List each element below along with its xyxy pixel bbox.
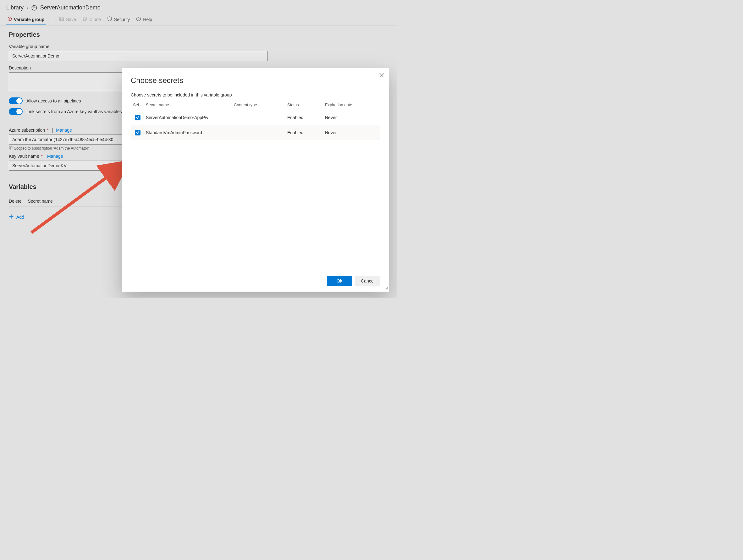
- save-label: Save: [66, 17, 76, 22]
- secrets-table: Sel... Secret name Content type Status E…: [131, 100, 380, 140]
- ok-button[interactable]: Ok: [327, 276, 352, 286]
- security-label: Security: [114, 17, 130, 22]
- help-button[interactable]: Help: [133, 14, 155, 25]
- chevron-right-icon: ›: [27, 5, 28, 10]
- info-icon: [9, 146, 12, 150]
- secret-type-cell: [232, 110, 286, 125]
- resize-handle-icon[interactable]: [384, 285, 388, 290]
- link-secrets-label: Link secrets from an Azure key vault as …: [27, 109, 122, 114]
- save-icon: [59, 16, 64, 22]
- alert-icon: [7, 17, 12, 22]
- plus-icon: [9, 214, 14, 220]
- clone-icon: [82, 16, 87, 22]
- breadcrumb-current: ServerAutomationDemo: [40, 4, 100, 11]
- breadcrumb: Library › ServerAutomationDemo: [0, 0, 397, 13]
- security-button[interactable]: Security: [104, 14, 133, 25]
- variables-col-delete: Delete: [9, 199, 21, 204]
- allow-all-pipelines-toggle[interactable]: [9, 97, 23, 104]
- toolbar: Variable group Save Clone Security Help: [0, 13, 397, 26]
- svg-rect-2: [83, 18, 86, 21]
- variable-group-name-input[interactable]: [9, 51, 268, 61]
- breadcrumb-root[interactable]: Library: [6, 4, 24, 11]
- secret-status-cell: Enabled: [286, 125, 324, 140]
- checkbox[interactable]: [135, 130, 140, 135]
- checkbox[interactable]: [135, 115, 140, 120]
- secret-exp-cell: Never: [324, 110, 380, 125]
- cancel-button[interactable]: Cancel: [355, 276, 380, 286]
- variable-group-icon: [32, 5, 37, 11]
- modal-description: Choose secrets to be included in this va…: [131, 92, 380, 97]
- tab-variable-group[interactable]: Variable group: [6, 13, 46, 25]
- variables-col-name: Secret name: [28, 199, 52, 204]
- secret-exp-cell: Never: [324, 125, 380, 140]
- help-icon: [136, 16, 141, 22]
- properties-heading: Properties: [9, 31, 268, 38]
- col-select: Sel...: [131, 100, 144, 110]
- shield-icon: [107, 16, 112, 22]
- col-status: Status: [286, 100, 324, 110]
- keyvault-manage-link[interactable]: Manage: [47, 154, 64, 159]
- secret-row[interactable]: ServerAutomationDemo-AppPw Enabled Never: [131, 110, 380, 125]
- allow-all-pipelines-label: Allow access to all pipelines: [27, 98, 81, 103]
- secret-row[interactable]: StandardVmAdminPassword Enabled Never: [131, 125, 380, 140]
- close-button[interactable]: [379, 72, 385, 79]
- col-expiration: Expiration date: [324, 100, 380, 110]
- tab-label: Variable group: [14, 17, 44, 22]
- close-icon: [379, 73, 384, 78]
- choose-secrets-dialog: Choose secrets Choose secrets to be incl…: [122, 68, 389, 292]
- toolbar-separator: [52, 15, 52, 24]
- col-content-type: Content type: [232, 100, 286, 110]
- clone-button[interactable]: Clone: [79, 14, 104, 25]
- add-variable-button[interactable]: Add: [9, 214, 24, 220]
- save-button[interactable]: Save: [56, 14, 79, 25]
- modal-title: Choose secrets: [131, 76, 380, 85]
- secret-type-cell: [232, 125, 286, 140]
- secret-status-cell: Enabled: [286, 110, 324, 125]
- secret-name-cell: StandardVmAdminPassword: [144, 125, 232, 140]
- subscription-manage-link[interactable]: Manage: [56, 128, 73, 133]
- link-secrets-toggle[interactable]: [9, 108, 23, 115]
- col-secret-name: Secret name: [144, 100, 232, 110]
- clone-label: Clone: [89, 17, 101, 22]
- variable-group-name-label: Variable group name: [9, 44, 268, 49]
- secret-name-cell: ServerAutomationDemo-AppPw: [144, 110, 232, 125]
- help-label: Help: [143, 17, 152, 22]
